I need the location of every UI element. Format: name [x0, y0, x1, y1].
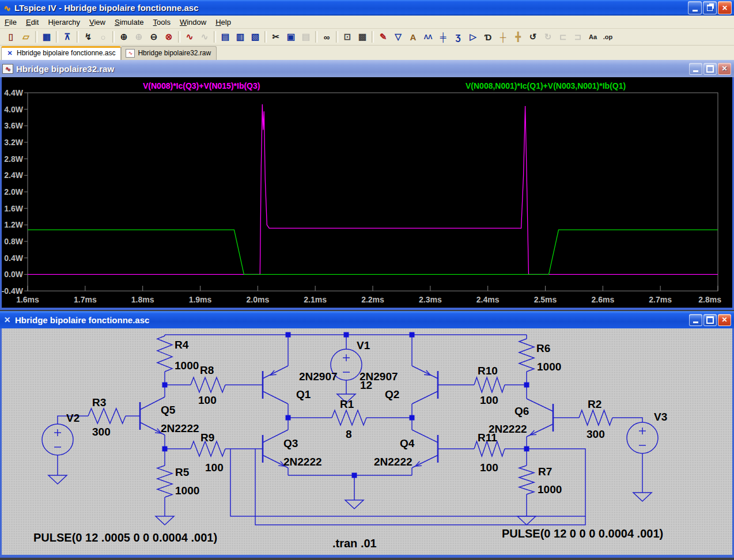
schematic-label-.tran-.01[interactable]: .tran .01: [332, 537, 377, 550]
cut-icon[interactable]: ✂: [268, 30, 283, 44]
save-icon[interactable]: ▦: [39, 30, 54, 44]
x-axis-tick-label[interactable]: 1.7ms: [74, 295, 97, 304]
minimize-button[interactable]: [688, 1, 702, 14]
y-axis-tick-label[interactable]: 0.8W: [4, 237, 23, 246]
menu-item-view[interactable]: View: [85, 17, 110, 28]
schematic-label-8[interactable]: 8: [346, 428, 352, 440]
tile-horizontal-icon[interactable]: ▤: [218, 30, 233, 44]
schematic-label-v1[interactable]: V1: [357, 339, 370, 351]
undo-icon[interactable]: ↺: [525, 30, 540, 44]
tab-schematic[interactable]: ✕Hbridge bipolaire fonctionne.asc: [1, 46, 121, 60]
menu-item-tools[interactable]: Tools: [149, 17, 175, 28]
schematic-label-100[interactable]: 100: [205, 461, 224, 474]
x-axis-tick-label[interactable]: 2.1ms: [304, 295, 327, 304]
menu-item-help[interactable]: Help: [211, 17, 236, 28]
menu-item-hierarchy[interactable]: Hierarchy: [43, 17, 85, 28]
y-axis-tick-label[interactable]: 2.0W: [4, 187, 23, 196]
menu-item-window[interactable]: Window: [175, 17, 211, 28]
diode-icon[interactable]: ▷: [466, 30, 480, 44]
schematic-label-pulse-0-12-0-0-0-0.0004-[interactable]: PULSE(0 12 0 0 0 0.0004 .001): [502, 527, 663, 540]
schematic-label-2n2222[interactable]: 2N2222: [374, 456, 413, 468]
x-axis-tick-label[interactable]: 2.2ms: [361, 295, 384, 304]
y-axis-tick-label[interactable]: 2.4W: [4, 171, 23, 180]
y-axis-tick-label[interactable]: 3.6W: [4, 121, 23, 130]
trace-label[interactable]: V(N008,N001)*Ic(Q1)+V(N003,N001)*Ib(Q1): [466, 81, 626, 90]
schematic-window-titlebar[interactable]: ✕ Hbridge bipolaire fonctionne.asc ✕: [0, 311, 734, 328]
y-axis-tick-label[interactable]: 4.4W: [4, 88, 23, 97]
find-icon[interactable]: ∞: [319, 30, 334, 44]
waveform-plot-area[interactable]: 4.4W4.0W3.6W3.2W2.8W2.4W2.0W1.6W1.2W0.8W…: [2, 77, 732, 308]
component-icon[interactable]: Ɗ: [480, 30, 495, 44]
resistor-icon[interactable]: ΛΛ: [421, 30, 436, 44]
x-axis-tick-label[interactable]: 2.8ms: [698, 295, 721, 304]
schematic-label-100[interactable]: 100: [480, 394, 498, 406]
y-axis-tick-label[interactable]: 1.2W: [4, 220, 23, 229]
y-axis-tick-label[interactable]: 1.6W: [4, 204, 23, 213]
text-icon[interactable]: Aa: [585, 30, 600, 44]
schematic-label-q6[interactable]: Q6: [514, 405, 529, 417]
schematic-label-r1[interactable]: R1: [340, 398, 354, 410]
schematic-label-1000[interactable]: 1000: [538, 483, 562, 495]
schematic-label-q3[interactable]: Q3: [283, 437, 298, 449]
schematic-minimize-button[interactable]: [689, 314, 702, 326]
y-axis-tick-label[interactable]: 4.0W: [4, 105, 23, 114]
schematic-label-r9[interactable]: R9: [200, 432, 214, 444]
schematic-label-v2[interactable]: V2: [66, 412, 80, 424]
menu-item-file[interactable]: File: [0, 17, 21, 28]
cascade-windows-icon[interactable]: ▧: [248, 30, 263, 44]
zoom-out-icon[interactable]: ⊖: [146, 30, 161, 44]
schematic-label-1000[interactable]: 1000: [537, 361, 561, 373]
schematic-label-q5[interactable]: Q5: [161, 404, 176, 416]
move-icon[interactable]: ┼: [495, 30, 510, 44]
open-icon[interactable]: ▱: [18, 30, 33, 44]
tab-waveform[interactable]: ∿Hbridge bipolaire32.raw: [121, 46, 217, 60]
schematic-label-r3[interactable]: R3: [92, 396, 106, 408]
x-axis-tick-label[interactable]: 1.6ms: [16, 295, 39, 304]
schematic-label-r11[interactable]: R11: [478, 432, 497, 444]
schematic-label-r4[interactable]: R4: [175, 339, 189, 351]
schematic-label-r2[interactable]: R2: [588, 398, 601, 410]
inductor-icon[interactable]: Ʒ: [451, 30, 466, 44]
x-axis-tick-label[interactable]: 2.5ms: [534, 295, 557, 304]
draw-wire-icon[interactable]: ✎: [376, 30, 391, 44]
schematic-label-r6[interactable]: R6: [536, 342, 550, 354]
drag-icon[interactable]: ╋: [510, 30, 525, 44]
print-icon[interactable]: ▩: [355, 30, 370, 44]
zoom-full-extents-icon[interactable]: ⊗: [161, 30, 176, 44]
print-preview-icon[interactable]: ⊡: [340, 30, 355, 44]
menu-item-edit[interactable]: Edit: [21, 17, 43, 28]
plot-close-button[interactable]: ✕: [718, 63, 731, 75]
copy-icon[interactable]: ▣: [283, 30, 298, 44]
y-axis-tick-label[interactable]: 3.2W: [4, 138, 23, 147]
ground-icon[interactable]: ▽: [391, 30, 406, 44]
schematic-canvas[interactable]: R41000R8100V2R3300Q52N2222R9100R51000V11…: [2, 328, 732, 555]
tile-vertical-icon[interactable]: ▥: [233, 30, 248, 44]
x-axis-tick-label[interactable]: 2.0ms: [246, 295, 269, 304]
schematic-label-r10[interactable]: R10: [478, 365, 498, 377]
x-axis-tick-label[interactable]: 2.6ms: [591, 295, 614, 304]
y-axis-tick-label[interactable]: 2.8W: [4, 154, 23, 164]
schematic-label-300[interactable]: 300: [92, 426, 111, 438]
schematic-label-1000[interactable]: 1000: [175, 485, 199, 497]
y-axis-tick-label[interactable]: -0.4W: [2, 286, 24, 296]
x-axis-tick-label[interactable]: 1.8ms: [131, 295, 154, 304]
plot-maximize-button[interactable]: [703, 63, 717, 75]
capacitor-icon[interactable]: ╪: [436, 30, 451, 44]
schematic-label-2n2222[interactable]: 2N2222: [161, 422, 199, 434]
schematic-label-2n2222[interactable]: 2N2222: [283, 456, 322, 468]
schematic-label-r8[interactable]: R8: [200, 364, 214, 376]
restore-button[interactable]: [703, 1, 717, 14]
trace-label[interactable]: V(N008)*Ic(Q3)+V(N015)*Ib(Q3): [143, 81, 260, 90]
x-axis-tick-label[interactable]: 1.9ms: [189, 295, 212, 304]
autorange-icon[interactable]: ∿: [182, 30, 197, 44]
schematic-label-v3[interactable]: V3: [654, 411, 667, 423]
schematic-label-300[interactable]: 300: [587, 428, 605, 440]
x-axis-tick-label[interactable]: 2.4ms: [476, 295, 500, 304]
spice-directive-icon[interactable]: .op: [600, 30, 615, 44]
plot-minimize-button[interactable]: [689, 63, 702, 75]
schematic-label-q2[interactable]: Q2: [385, 388, 399, 400]
schematic-label-1000[interactable]: 1000: [175, 360, 199, 372]
schematic-close-button[interactable]: ✕: [718, 314, 731, 326]
schematic-maximize-button[interactable]: [703, 314, 717, 326]
menu-item-simulate[interactable]: Simulate: [110, 17, 149, 28]
